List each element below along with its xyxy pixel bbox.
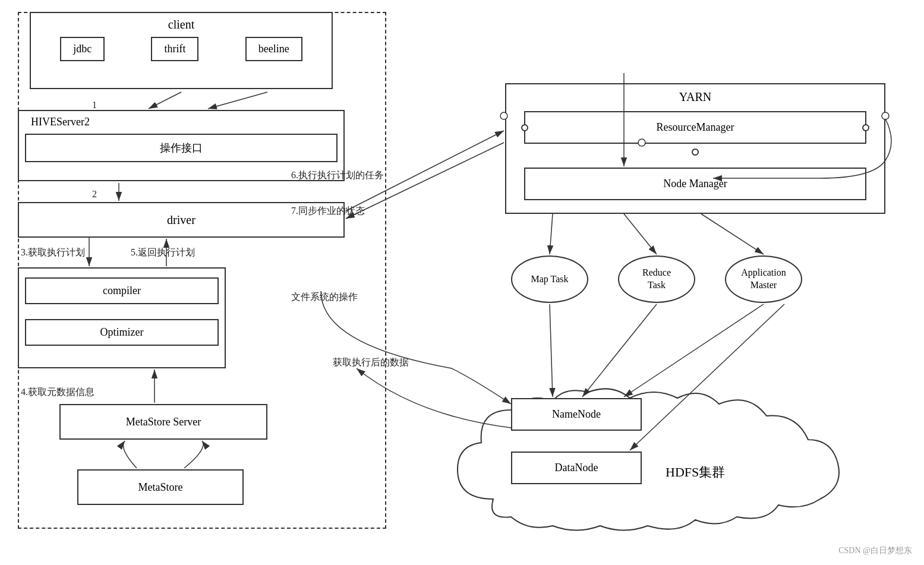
step2-label: 2 — [92, 189, 97, 200]
hdfs-label: HDFS集群 — [666, 463, 725, 481]
client-box: client jdbc thrift beeline — [30, 12, 333, 89]
namenode-box: NameNode — [511, 398, 642, 431]
rm-right-connector — [862, 124, 869, 131]
node-manager-box: Node Manager — [524, 168, 866, 200]
thrift-box: thrift — [151, 37, 198, 61]
file-op-label: 文件系统的操作 — [291, 291, 358, 304]
metastore-box: MetaStore — [77, 469, 244, 505]
fetch-data-label: 获取执行后的数据 — [333, 356, 409, 369]
metastore-server-box: MetaStore Server — [59, 404, 267, 440]
hiveserver-label: HIVEServer2 — [31, 116, 90, 128]
compiler-box: compiler — [25, 277, 219, 304]
step1-label: 1 — [92, 100, 97, 111]
rm-left-connector — [521, 124, 528, 131]
step6-label: 6.执行执行计划的任务 — [291, 169, 384, 182]
optimizer-box: Optimizer — [25, 319, 219, 346]
application-master-ellipse: Application Master — [725, 255, 802, 303]
step5-label: 5.返回执行计划 — [131, 247, 195, 259]
yarn-label: YARN — [679, 90, 711, 104]
svg-line-14 — [701, 214, 764, 254]
jdbc-box: jdbc — [60, 37, 105, 61]
diagram-container: client jdbc thrift beeline HIVEServer2 操… — [0, 0, 924, 565]
client-label: client — [168, 18, 194, 31]
resource-manager-box: ResourceManager — [524, 111, 866, 144]
client-inner-boxes: jdbc thrift beeline — [37, 37, 326, 61]
hiveserver-inner: 操作接口 — [25, 134, 338, 162]
svg-line-13 — [624, 214, 657, 254]
step7-label: 7.同步作业的状态 — [291, 205, 365, 217]
step4-label: 4.获取元数据信息 — [21, 386, 94, 399]
reduce-task-ellipse: Reduce Task — [618, 255, 695, 303]
yarn-box: YARN ResourceManager Node Manager — [505, 83, 885, 214]
step3-label: 3.获取执行计划 — [21, 247, 85, 259]
rm-bottom-connector — [692, 149, 699, 156]
beeline-box: beeline — [245, 37, 302, 61]
watermark: CSDN @白日梦想东 — [838, 545, 912, 556]
datanode-box: DataNode — [511, 452, 642, 484]
svg-line-12 — [550, 214, 553, 254]
map-task-ellipse: Map Task — [511, 255, 588, 303]
compiler-outer: compiler Optimizer — [18, 267, 226, 368]
